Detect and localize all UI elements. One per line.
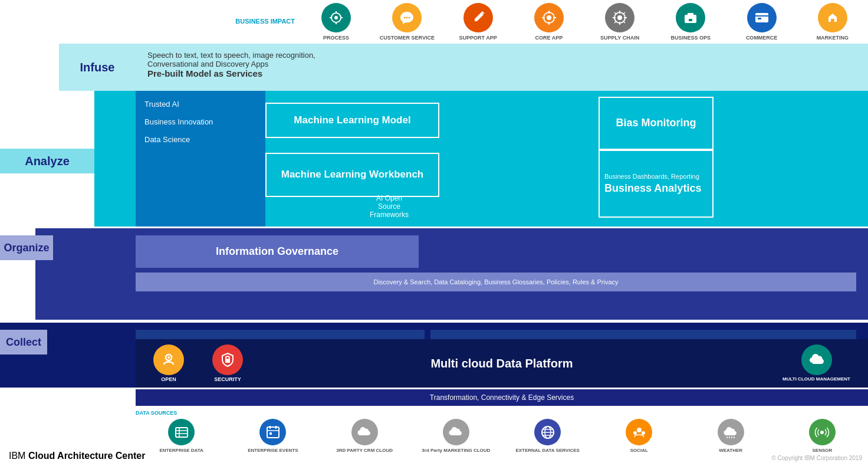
svg-rect-34	[225, 359, 230, 363]
biz-analytics-box: Business Dashboards, Reporting Business …	[599, 150, 714, 218]
ai-open-source: AI Open Source Frameworks	[348, 194, 430, 219]
ai-open-line1: AI Open	[348, 194, 430, 202]
svg-point-10	[547, 15, 551, 20]
bias-monitoring-box: Bias Monitoring	[599, 97, 714, 150]
multicloud-label: Multi cloud Data Platform	[430, 357, 573, 370]
infuse-line1: Speech to text, text to speech, image re…	[147, 51, 856, 60]
biz-dashboards-text: Business Dashboards, Reporting	[604, 173, 708, 180]
enterprise-data-circle	[168, 419, 195, 445]
social-label: SOCIAL	[630, 448, 648, 454]
svg-point-7	[406, 17, 408, 18]
weather-circle	[718, 419, 744, 445]
svg-rect-28	[755, 13, 768, 22]
external-data-label: EXTERNAL DATA SERVICES	[515, 448, 579, 454]
open-label: OPEN	[161, 376, 176, 382]
top-icon-business-ops: BUSINESS OPS	[655, 0, 726, 44]
multi-cloud-mgmt-icon	[808, 351, 826, 369]
info-gov-label: Information Governance	[216, 245, 338, 258]
weather-label: WEATHER	[719, 448, 742, 454]
top-icons-row: BUSINESS IMPACT PROCESS	[224, 0, 868, 44]
infuse-line2: Conversational and Discovery Apps	[147, 60, 856, 68]
top-icon-supply-chain: SUPPLY CHAIN	[584, 0, 655, 44]
svg-point-51	[642, 431, 645, 435]
security-icon-group: SECURITY	[212, 344, 243, 382]
infuse-layer: Infuse Speech to text, text to speech, i…	[136, 44, 868, 91]
security-icon-circle	[212, 344, 243, 375]
open-icon-group: OPEN	[153, 344, 184, 382]
svg-rect-26	[688, 13, 693, 16]
bottom-icon-enterprise-events: ENTERPRISE EVENTS	[227, 416, 318, 463]
svg-point-49	[637, 428, 642, 432]
enterprise-data-icon	[173, 424, 190, 441]
multi-cloud-mgmt-group: MULTI CLOUD MANAGEMENT	[782, 344, 850, 382]
discovery-bar: Discovery & Search, Data Cataloging, Bus…	[136, 273, 856, 291]
social-circle	[626, 419, 652, 445]
organize-label: Organize	[4, 242, 49, 254]
ml-model-label: Machine Learning Model	[294, 114, 410, 126]
marketing-label: MARKETING	[817, 35, 849, 41]
discovery-text: Discovery & Search, Data Cataloging, Bus…	[373, 278, 618, 285]
support-app-icon-circle	[463, 3, 493, 32]
svg-rect-30	[758, 18, 761, 19]
bias-monitoring-label: Bias Monitoring	[616, 116, 696, 130]
data-science-text: Data Science	[144, 135, 257, 144]
svg-rect-31	[831, 19, 834, 22]
security-label: SECURITY	[214, 376, 241, 382]
transform-label: Transformation, Connectivity & Edge Serv…	[430, 393, 574, 402]
weather-icon	[722, 424, 739, 441]
prebuilt-label: Pre-built Model as Services	[147, 68, 856, 78]
supply-chain-icon-circle	[605, 3, 634, 32]
svg-rect-39	[267, 427, 279, 438]
multi-cloud-mgmt-label: MULTI CLOUD MANAGEMENT	[782, 376, 850, 382]
enterprise-events-circle	[259, 419, 286, 445]
sensor-circle	[809, 419, 836, 445]
ai-open-line2: Source	[348, 202, 430, 211]
enterprise-events-icon	[265, 424, 281, 441]
marketing-icon	[824, 9, 841, 27]
svg-rect-43	[269, 432, 272, 435]
bottom-icon-external-data: EXTERNAL DATA SERVICES	[502, 416, 593, 463]
trusted-ai-panel: Trusted AI Business Innovation Data Scie…	[136, 91, 265, 227]
svg-point-6	[404, 17, 406, 18]
ml-workbench-label: Machine Learning Workbench	[281, 168, 424, 181]
marketing-cloud-icon	[448, 424, 464, 441]
infuse-label: Infuse	[80, 61, 115, 74]
svg-point-8	[409, 17, 410, 18]
ibm-label: IBM	[9, 451, 25, 461]
ml-model-box: Machine Learning Model	[265, 103, 439, 138]
bottom-icons-row: DATA SOURCES ENTERPRISE DATA	[136, 407, 868, 463]
ibm-footer: IBM Cloud Architecture Center	[9, 451, 145, 461]
process-icon	[327, 9, 345, 27]
transform-bar: Transformation, Connectivity & Edge Serv…	[136, 389, 868, 406]
sensor-icon	[814, 424, 830, 441]
cloud-arch-label: Cloud Architecture Center	[28, 451, 146, 461]
open-icon-circle	[153, 344, 184, 375]
svg-point-50	[633, 431, 637, 435]
customer-service-icon	[398, 9, 416, 27]
top-icon-support-app: SUPPORT APP	[443, 0, 514, 44]
commerce-icon	[753, 9, 771, 27]
analyze-label: Analyze	[25, 155, 70, 168]
supply-chain-icon	[611, 9, 629, 27]
sensor-label: SENSOR	[812, 448, 832, 454]
process-label: PROCESS	[323, 35, 349, 41]
infuse-label-box: Infuse	[59, 44, 136, 91]
customer-service-label: CUSTOMER SERVICE	[380, 35, 435, 41]
business-innovation-text: Business Innovation	[144, 117, 257, 126]
top-icon-customer-service: CUSTOMER SERVICE	[371, 0, 442, 44]
bottom-icon-crm-cloud: 3RD PARTY CRM CLOUD	[319, 416, 410, 463]
collect-label-box: Collect	[0, 330, 47, 355]
external-data-icon	[540, 424, 556, 441]
external-data-circle	[534, 419, 561, 445]
business-ops-label: BUSINESS OPS	[671, 35, 711, 41]
bottom-icon-marketing-cloud: 3rd Party MARKETING CLOUD	[410, 416, 502, 463]
enterprise-data-label: ENTERPRISE DATA	[159, 448, 203, 454]
ml-workbench-box: Machine Learning Workbench	[265, 153, 439, 197]
business-ops-icon	[682, 9, 699, 27]
diagram-container: BUSINESS IMPACT PROCESS	[0, 0, 868, 466]
core-app-label: CORE APP	[535, 35, 563, 41]
svg-point-56	[820, 431, 824, 434]
enterprise-events-label: ENTERPRISE EVENTS	[248, 448, 298, 454]
multicloud-platform: OPEN SECURITY Multi cloud Data Platform …	[136, 339, 868, 388]
svg-point-33	[167, 356, 170, 359]
